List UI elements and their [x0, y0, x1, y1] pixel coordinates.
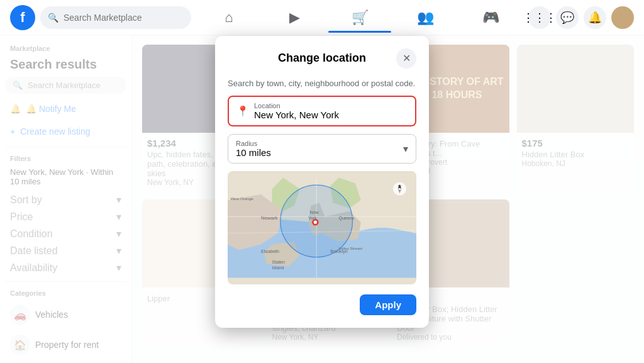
radius-select[interactable]: Radius 10 miles ▾ [228, 134, 416, 164]
nav-tab-gaming[interactable]: 🎮 [459, 3, 522, 33]
modal-header: Change location ✕ [228, 48, 416, 69]
messenger-icon-button[interactable]: 💬 [556, 6, 579, 29]
location-input-value: New York, New York [254, 109, 408, 120]
nav-right-icons: ⋮⋮⋮ 💬 🔔 [528, 6, 634, 29]
radius-label: Radius [236, 140, 271, 147]
chevron-down-icon: ▾ [403, 143, 408, 155]
modal-subtitle: Search by town, city, neighbourhood or p… [228, 79, 416, 88]
nav-tab-home[interactable]: ⌂ [197, 3, 260, 33]
svg-text:Queens: Queens [338, 215, 354, 220]
user-avatar[interactable] [611, 6, 634, 29]
location-input-field[interactable]: 📍 Location New York, New York [228, 96, 416, 126]
nav-tab-watch[interactable]: ▶ [263, 3, 326, 33]
location-input-label: Location [254, 102, 408, 109]
grid-icon-button[interactable]: ⋮⋮⋮ [528, 6, 551, 29]
nav-search-bar[interactable]: 🔍 [40, 6, 191, 29]
location-input-inner: Location New York, New York [254, 102, 408, 120]
location-pin-icon: 📍 [236, 105, 249, 117]
svg-text:Valley Stream: Valley Stream [338, 246, 362, 250]
svg-text:Newark: Newark [261, 215, 278, 220]
nav-tab-groups[interactable]: 👥 [394, 3, 457, 33]
svg-text:N: N [398, 183, 401, 187]
nav-tab-marketplace[interactable]: 🛒 [328, 3, 391, 33]
radius-value: 10 miles [236, 147, 271, 158]
facebook-logo: f [10, 5, 35, 30]
location-map: N Newark New York Elizabeth Brooklyn Que… [228, 171, 416, 284]
apply-button[interactable]: Apply [360, 294, 416, 315]
svg-text:West Orange: West Orange [230, 196, 253, 200]
svg-text:York: York [308, 215, 317, 220]
top-nav: f 🔍 ⌂ ▶ 🛒 👥 🎮 ⋮⋮⋮ 💬 🔔 [0, 0, 644, 35]
svg-text:New: New [310, 209, 319, 214]
modal-footer: Apply [228, 294, 416, 315]
radius-select-inner: Radius 10 miles [236, 140, 271, 158]
modal-title: Change location [248, 52, 396, 65]
nav-search-icon: 🔍 [48, 13, 58, 23]
svg-point-6 [314, 220, 317, 223]
svg-text:Elizabeth: Elizabeth [261, 249, 279, 253]
change-location-modal: Change location ✕ Search by town, city, … [215, 36, 429, 328]
modal-close-button[interactable]: ✕ [396, 48, 416, 69]
svg-text:Staten: Staten [272, 260, 285, 264]
bell-icon-button[interactable]: 🔔 [584, 6, 606, 29]
nav-tabs: ⌂ ▶ 🛒 👥 🎮 [191, 3, 528, 33]
map-svg: N Newark New York Elizabeth Brooklyn Que… [228, 171, 416, 284]
nav-search-input[interactable] [64, 13, 184, 23]
svg-text:Island: Island [272, 265, 284, 270]
